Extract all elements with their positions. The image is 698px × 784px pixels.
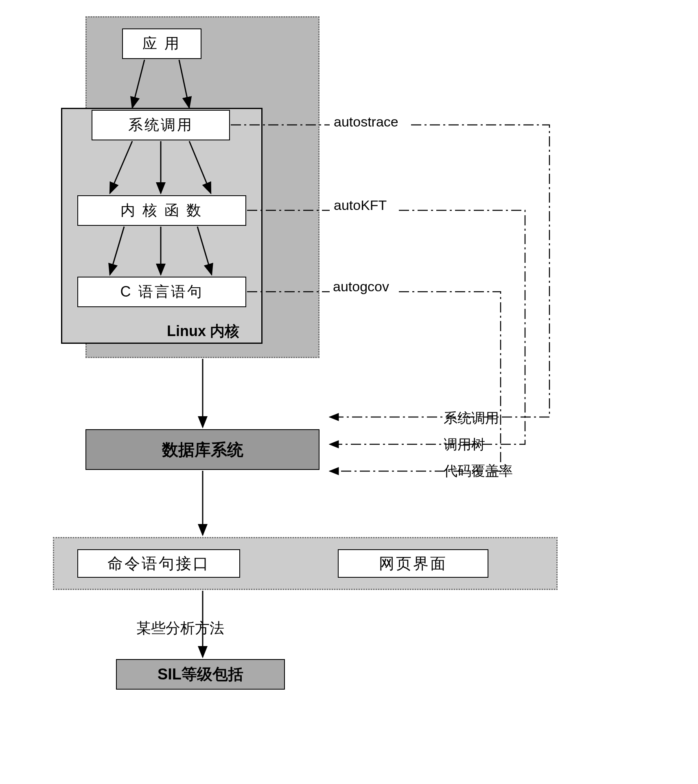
linux-kernel-label: Linux 内核 [167, 321, 239, 341]
autogcov-label: autogcov [333, 279, 389, 295]
database-box: 数据库系统 [85, 429, 319, 470]
db-calltree-label: 调用树 [444, 435, 485, 454]
cmd-interface-box: 命令语句接口 [77, 549, 240, 578]
db-syscall-label: 系统调用 [444, 409, 499, 428]
analysis-method-label: 某些分析方法 [136, 618, 224, 638]
autostrace-label: autostrace [334, 114, 398, 130]
kernel-func-box: 内 核 函 数 [77, 195, 246, 226]
diagram-container: 应 用 系统调用 内 核 函 数 C 语言语句 Linux 内核 autostr… [45, 16, 655, 769]
c-statement-box: C 语言语句 [77, 277, 246, 307]
syscall-box: 系统调用 [92, 110, 230, 140]
linux-kernel-container [61, 108, 263, 344]
autokft-label: autoKFT [334, 197, 387, 213]
web-interface-box: 网页界面 [338, 549, 488, 578]
sil-box: SIL等级包括 [116, 659, 285, 690]
app-box: 应 用 [122, 28, 201, 59]
db-coverage-label: 代码覆盖率 [444, 462, 513, 480]
